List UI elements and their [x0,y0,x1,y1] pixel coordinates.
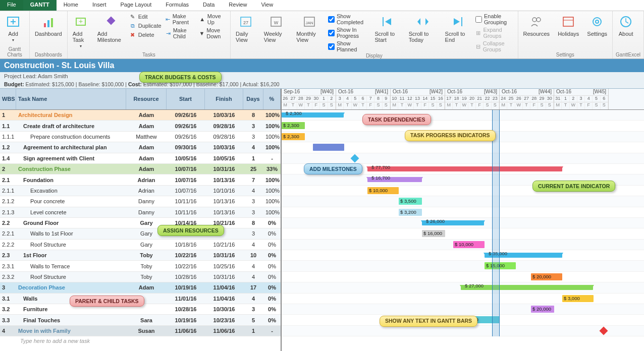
svg-rect-19 [563,17,573,26]
addtask-button[interactable]: +Add Task▾ [71,13,91,49]
gantt-row: $ 3,000 [282,294,644,304]
gantt-bar[interactable]: $ 15,000 [485,262,516,269]
menu-view[interactable]: View [254,0,280,11]
about-button[interactable]: About [616,13,636,38]
menu-gantt[interactable]: GANTT [23,0,57,11]
gantt-row: $ 3,200 [282,207,644,218]
expandgroups-button[interactable]: ⊞Expand Groups [475,26,515,39]
gantt-bar[interactable] [313,144,344,151]
task-row[interactable]: 2.1FoundationAdrian10/07/1610/13/167100% [0,174,281,185]
col-pct[interactable]: % [263,89,281,109]
gantt-bar[interactable]: $ 2,300 [282,122,305,129]
monthlyview-button[interactable]: JANMonthly View [294,13,324,44]
gantt-bar[interactable]: $ 3,000 [562,295,594,302]
enablegrouping-checkbox[interactable]: Enable Grouping [475,13,515,26]
gantt-row: $ 27,000 [282,282,644,293]
up-icon: ▲ [199,16,205,23]
showplanned-checkbox[interactable]: Show Planned [328,40,369,53]
weeklyview-button[interactable]: WWeekly View [262,13,291,44]
task-row[interactable]: 2.3.1Walls to TerraceToby10/22/1610/25/1… [0,261,281,271]
holidays-button[interactable]: Holidays [556,13,581,38]
gantt-bar[interactable]: $ 16,000 [422,230,445,237]
task-row[interactable]: 2.2Ground FloorGary10/14/1610/21/1680% [0,218,281,228]
edit-button[interactable]: ✎Edit [129,13,162,21]
delete-button[interactable]: ✖Delete [129,31,162,39]
group-settings: Settings [521,52,610,58]
milestone-marker[interactable] [600,326,608,335]
menu-formulas[interactable]: Formulas [158,0,196,11]
menu-home[interactable]: Home [57,0,85,11]
down-icon: ▼ [199,30,204,37]
gantt-row: $ 15,000 [282,261,644,271]
col-finish[interactable]: Finish [205,89,243,109]
task-row[interactable]: 3.3Final TouchesSara10/19/1610/23/1650% [0,315,281,325]
task-row[interactable]: 2.31st FloorToby10/22/1610/31/16100% [0,250,281,261]
gantt-bar[interactable]: $ 20,000 [531,306,554,313]
task-row[interactable]: 3Decoration PhaseAdam10/19/1611/04/16170… [0,282,281,293]
scrollend-button[interactable]: Scroll to End [443,13,471,44]
milestone-marker[interactable] [351,154,359,162]
col-start[interactable]: Start [167,89,205,109]
menu-insert[interactable]: Insert [85,0,114,11]
calendar-icon [560,14,576,30]
gantt-row: $ 3,500 [282,196,644,207]
menu-review[interactable]: Review [222,0,254,11]
col-wbs[interactable]: WBS [0,89,16,109]
task-row[interactable]: 1Architectural DesignAdam09/26/1610/03/1… [0,110,281,121]
menu-data[interactable]: Data [196,0,222,11]
col-resource[interactable]: Resource [126,89,167,109]
moveup-button[interactable]: ▲Move Up [199,13,227,26]
gantt-row [282,326,644,336]
gantt-bar[interactable]: $ 10,000 [367,187,399,194]
movedown-button[interactable]: ▼Move Down [199,27,227,40]
gantt-bar[interactable]: $ 2,300 [282,133,305,140]
task-row[interactable]: 2.2.2Roof StructureGary10/18/1610/21/164… [0,240,281,250]
task-row[interactable]: 1.2Agreement to architectural planAdam09… [0,142,281,153]
svg-text:+: + [79,17,83,25]
showcompleted-checkbox[interactable]: Show Completed [328,13,369,26]
scrollstart-button[interactable]: Scroll to Start [372,13,402,44]
task-row[interactable]: 2.1.3Level concreteDanny10/11/1610/13/16… [0,207,281,218]
task-row[interactable]: 1.1.1Prepare construction documentsMatth… [0,132,281,142]
menu-pagelayout[interactable]: Page Layout [113,0,158,11]
scrolltoday-button[interactable]: Scroll to Today [407,13,439,44]
gantt-bar[interactable]: $ 10,000 [453,241,485,248]
duplicate-button[interactable]: ⧉Duplicate [129,22,162,30]
task-row[interactable]: 1.4Sign agreement with ClientAdam10/05/1… [0,153,281,164]
collapsegroups-button[interactable]: ⊟Collapse Groups [475,40,515,53]
col-task[interactable]: Task Name [16,89,126,109]
budget-line: Budget: Estimated: $125,000 | Baseline: … [0,80,644,89]
gantt-bar[interactable]: $ 3,500 [399,198,422,205]
task-row[interactable]: 2.1.2Pour concreteDanny10/11/1610/13/163… [0,196,281,207]
callout-parent: PARENT & CHILD TASKS [70,296,144,307]
task-row[interactable]: 2.1.1ExcavationAdrian10/07/1610/10/16410… [0,186,281,196]
gantt-bar[interactable]: $ 20,000 [531,273,562,280]
menu-file[interactable]: File [0,0,23,11]
col-days[interactable]: Days [243,89,263,109]
task-row[interactable]: 2.2.1Walls to 1st FloorGary30% [0,228,281,239]
task-row[interactable]: 2.3.2Roof StructureToby10/28/1610/31/164… [0,272,281,282]
expand-icon: ⊞ [475,29,481,36]
task-row[interactable]: 4Move in with FamilySusan11/06/1611/06/1… [0,326,281,336]
task-row[interactable]: 2Construction PhaseAdam10/07/1610/31/162… [0,164,281,174]
indent-icon: ⇥ [166,30,171,37]
gantt-row: $ 10,000 [282,240,644,250]
resources-button[interactable]: Resources [521,13,552,38]
settings-button[interactable]: Settings [585,13,609,38]
add-task-row[interactable]: Type here to add a new task [0,336,281,345]
showinprogress-checkbox[interactable]: Show In Progress [328,26,369,39]
dashboard-button[interactable]: Dashboard [33,13,64,38]
addmilestone-button[interactable]: Add Milestone [95,13,125,44]
task-row[interactable]: 1.1Create draft of architectureAdam09/26… [0,121,281,131]
makechild-button[interactable]: ⇥Make Child [166,27,195,40]
pencil-icon: ✎ [129,13,136,20]
makeparent-button[interactable]: ⇤Make Parent [166,13,195,26]
gantt-bar[interactable] [367,166,562,171]
dailyview-button[interactable]: 27Daily View [234,13,258,44]
gantt-row: $ 20,000 [282,272,644,282]
add-button[interactable]: Add▾ [3,13,23,43]
timeline-header: Sep-16[W40]262728293012MTWTFSSOct-16[W41… [282,89,644,110]
project-lead: Project Lead: Adam Smith [0,72,644,80]
task-grid: WBS Task Name Resource Start Finish Days… [0,89,282,351]
gantt-bar[interactable]: $ 3,200 [399,209,422,216]
